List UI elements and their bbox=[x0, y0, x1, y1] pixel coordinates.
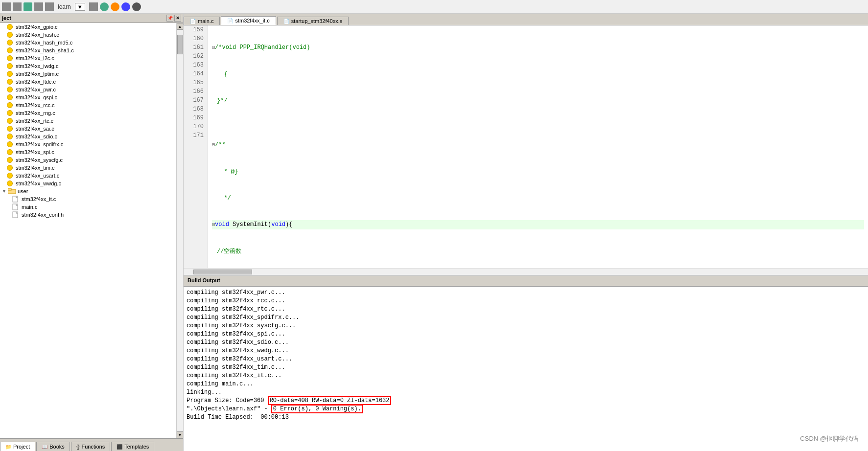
toolbar-icon-8 bbox=[111, 2, 119, 11]
file-icon bbox=[6, 102, 14, 109]
list-item[interactable]: stm32f4xx_rng.c bbox=[0, 109, 176, 117]
file-name: stm32f4xx_spi.c bbox=[16, 149, 54, 155]
tab-label: stm32f4xx_it.c bbox=[235, 18, 269, 23]
toolbar-icon-1 bbox=[2, 2, 11, 11]
line-num: 171 bbox=[188, 131, 204, 140]
list-item[interactable]: stm32f4xx_lptim.c bbox=[0, 70, 176, 78]
list-item[interactable]: stm32f4xx_syscfg.c bbox=[0, 156, 176, 164]
tab-main-c[interactable]: 📄 main.c bbox=[184, 17, 220, 25]
list-item[interactable]: main.c bbox=[0, 203, 176, 211]
file-icon bbox=[6, 78, 14, 85]
list-item[interactable]: stm32f4xx_rtc.c bbox=[0, 117, 176, 125]
list-item[interactable]: stm32f4xx_hash_sha1.c bbox=[0, 46, 176, 54]
toolbar: learn ▼ bbox=[0, 0, 868, 14]
list-item[interactable]: stm32f4xx_pwr.c bbox=[0, 86, 176, 93]
file-name: stm32f4xx_spdifrx.c bbox=[16, 141, 63, 147]
list-item[interactable]: stm32f4xx_wwdg.c bbox=[0, 180, 176, 187]
line-num: 164 bbox=[188, 69, 204, 78]
tab-books[interactable]: 📖 Books bbox=[36, 442, 70, 451]
toolbar-dropdown[interactable]: ▼ bbox=[75, 3, 85, 11]
file-icon bbox=[6, 55, 14, 62]
folder-user[interactable]: ▼ user bbox=[0, 187, 176, 195]
code-line-160: { bbox=[212, 70, 864, 79]
file-name: stm32f4xx_qspi.c bbox=[16, 94, 57, 100]
list-item[interactable]: stm32f4xx_sai.c bbox=[0, 125, 176, 133]
tab-functions[interactable]: {} Functions bbox=[71, 442, 110, 451]
toolbar-title: learn bbox=[56, 3, 73, 10]
file-icon bbox=[6, 141, 14, 148]
tab-startup[interactable]: 📄 startup_stm32f40xx.s bbox=[277, 17, 349, 25]
build-line: compiling stm32f4xx_syscfg.c... bbox=[187, 322, 865, 330]
tab-project-label: Project bbox=[13, 444, 30, 450]
list-item[interactable]: stm32f4xx_ltdc.c bbox=[0, 78, 176, 86]
list-item[interactable]: stm32f4xx_sdio.c bbox=[0, 133, 176, 140]
line-num: 168 bbox=[188, 105, 204, 113]
list-item[interactable]: stm32f4xx_it.c bbox=[0, 195, 176, 203]
file-name: main.c bbox=[22, 204, 37, 210]
scroll-down-btn[interactable]: ▼ bbox=[177, 431, 184, 438]
list-item[interactable]: stm32f4xx_qspi.c bbox=[0, 93, 176, 101]
file-icon bbox=[12, 203, 20, 210]
list-item[interactable]: stm32f4xx_usart.c bbox=[0, 172, 176, 180]
tree-scrollbar[interactable]: ▲ ▼ bbox=[176, 23, 183, 438]
code-scrollbar[interactable] bbox=[184, 268, 868, 275]
file-name: stm32f4xx_sai.c bbox=[16, 126, 54, 132]
list-item[interactable]: stm32f4xx_gpio.c bbox=[0, 23, 176, 31]
build-line: compiling stm32f4xx_rcc.c... bbox=[187, 297, 865, 305]
toolbar-icon-9 bbox=[121, 2, 130, 11]
svg-rect-1 bbox=[8, 188, 11, 190]
file-name: stm32f4xx_wwdg.c bbox=[16, 180, 61, 186]
file-name: stm32f4xx_rng.c bbox=[16, 110, 55, 116]
list-item[interactable]: stm32f4xx_i2c.c bbox=[0, 54, 176, 62]
file-icon bbox=[6, 86, 14, 93]
list-item[interactable]: stm32f4xx_rcc.c bbox=[0, 101, 176, 109]
build-time-line: Build Time Elapsed: 00:00:13 bbox=[187, 413, 865, 422]
file-icon bbox=[6, 149, 14, 156]
build-line: compiling stm32f4xx_rtc.c... bbox=[187, 305, 865, 314]
build-output-content[interactable]: compiling stm32f4xx_pwr.c... compiling s… bbox=[184, 287, 868, 451]
tab-project[interactable]: 📁 Project bbox=[0, 442, 35, 451]
scroll-up-btn[interactable]: ▲ bbox=[177, 23, 184, 30]
line-num: 160 bbox=[188, 34, 204, 43]
build-output-panel: Build Output compiling stm32f4xx_pwr.c..… bbox=[184, 275, 868, 451]
file-icon bbox=[6, 31, 14, 38]
tab-file-icon: 📄 bbox=[227, 18, 233, 23]
toolbar-icon-7 bbox=[100, 2, 109, 11]
list-item[interactable]: stm32f4xx_conf.h bbox=[0, 211, 176, 219]
build-line: compiling stm32f4xx_it.c... bbox=[187, 372, 865, 380]
list-item[interactable]: stm32f4xx_spi.c bbox=[0, 148, 176, 156]
scrollbar-thumb[interactable] bbox=[193, 270, 252, 274]
file-name: stm32f4xx_hash_md5.c bbox=[16, 40, 72, 45]
tab-file-icon: 📄 bbox=[190, 19, 196, 24]
axf-prefix: ".\Objects\learn.axf" - bbox=[187, 406, 271, 412]
file-icon bbox=[6, 39, 14, 46]
build-line: compiling stm32f4xx_wwdg.c... bbox=[187, 347, 865, 355]
build-output-header: Build Output bbox=[184, 276, 868, 287]
list-item[interactable]: stm32f4xx_hash.c bbox=[0, 31, 176, 39]
list-item[interactable]: stm32f4xx_tim.c bbox=[0, 164, 176, 172]
file-name: stm32f4xx_lptim.c bbox=[16, 71, 59, 77]
tab-templates[interactable]: ⬛ Templates bbox=[111, 442, 154, 451]
code-editor[interactable]: 159 160 161 162 163 164 165 166 167 168 … bbox=[184, 25, 868, 268]
list-item[interactable]: stm32f4xx_iwdg.c bbox=[0, 62, 176, 70]
code-content: 159 160 161 162 163 164 165 166 167 168 … bbox=[184, 25, 868, 268]
program-size-highlight: RO-data=408 RW-data=0 ZI-data=1632 bbox=[268, 396, 392, 405]
main-area: ject 📌 ✕ stm32f4xx_gpio.c stm32f4xx_hash… bbox=[0, 14, 868, 451]
line-numbers: 159 160 161 162 163 164 165 166 167 168 … bbox=[184, 25, 208, 268]
panel-pin-btn[interactable]: 📌 bbox=[166, 15, 173, 22]
file-icon bbox=[6, 23, 14, 30]
list-item[interactable]: stm32f4xx_spdifrx.c bbox=[0, 140, 176, 148]
file-icon bbox=[6, 117, 14, 124]
tab-label: startup_stm32f40xx.s bbox=[291, 18, 343, 24]
expand-arrow-icon: ▼ bbox=[2, 189, 7, 194]
line-num: 161 bbox=[188, 43, 204, 52]
build-line: compiling stm32f4xx_sdio.c... bbox=[187, 338, 865, 347]
tab-stm32f4xx-it-c[interactable]: 📄 stm32f4xx_it.c bbox=[221, 16, 276, 25]
build-line: compiling stm32f4xx_pwr.c... bbox=[187, 289, 865, 297]
list-item[interactable]: stm32f4xx_hash_md5.c bbox=[0, 39, 176, 46]
file-name: stm32f4xx_ltdc.c bbox=[16, 79, 56, 85]
code-lines: ⊟/*void PPP_IRQHandler(void) { }*/ ⊟/** … bbox=[208, 25, 868, 268]
scroll-thumb[interactable] bbox=[177, 35, 183, 54]
file-name: stm32f4xx_tim.c bbox=[16, 165, 54, 171]
panel-close-btn[interactable]: ✕ bbox=[174, 15, 181, 22]
